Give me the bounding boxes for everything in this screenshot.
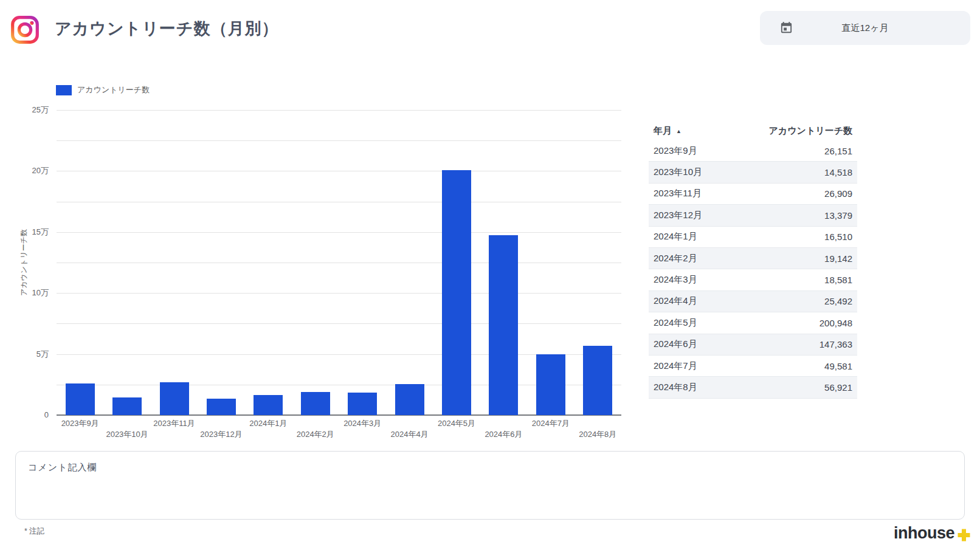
report-canvas: アカウントリーチ数（月別） 直近12ヶ月 アカウントリーチ数 アカウントリーチ数…: [0, 0, 980, 550]
bar-2024年3月[interactable]: [348, 393, 377, 415]
table-row[interactable]: 2024年5月200,948: [649, 312, 857, 334]
table-row[interactable]: 2024年7月49,581: [649, 356, 857, 377]
footnote: * 注記: [24, 526, 44, 537]
x-axis-tick-label: 2024年6月: [466, 429, 541, 440]
legend-swatch: [56, 85, 72, 95]
inhouse-logo-text: inhouse: [894, 524, 954, 543]
x-axis-tick-label: 2023年11月: [137, 418, 212, 429]
table-row[interactable]: 2023年10月14,518: [649, 162, 857, 183]
bar-2024年8月[interactable]: [583, 346, 612, 415]
data-table: 年月 ▲ アカウントリーチ数 2023年9月26,1512023年10月14,5…: [649, 122, 857, 399]
calendar-icon: [779, 21, 793, 36]
legend-label: アカウントリーチ数: [77, 84, 150, 95]
bar-2023年11月[interactable]: [160, 382, 189, 415]
y-axis-tick-label: 10万: [10, 288, 49, 298]
table-cell-value: 14,518: [824, 167, 857, 177]
table-cell-month: 2023年9月: [649, 145, 824, 157]
x-axis-tick-label: 2023年10月: [89, 429, 165, 440]
x-axis-tick-label: 2024年3月: [325, 418, 400, 429]
bar-2024年4月[interactable]: [395, 384, 424, 415]
table-cell-value: 200,948: [820, 318, 857, 328]
table-header-row: 年月 ▲ アカウントリーチ数: [649, 122, 857, 140]
table-cell-month: 2024年1月: [649, 231, 824, 242]
table-cell-value: 16,510: [824, 232, 857, 242]
table-cell-value: 26,909: [824, 188, 857, 199]
table-cell-month: 2024年4月: [649, 295, 824, 307]
gridline: [57, 263, 621, 263]
table-cell-value: 19,142: [824, 253, 857, 264]
x-axis-tick-label: 2024年2月: [278, 429, 353, 440]
plus-icon: [958, 529, 970, 541]
table-cell-month: 2024年2月: [649, 253, 824, 264]
table-row[interactable]: 2024年4月25,492: [649, 291, 857, 312]
table-cell-value: 25,492: [824, 296, 857, 306]
date-range-button[interactable]: 直近12ヶ月: [760, 11, 970, 45]
table-cell-month: 2023年10月: [649, 167, 824, 178]
sort-ascending-icon: ▲: [676, 128, 682, 134]
x-axis-tick-label: 2024年7月: [513, 418, 588, 429]
x-axis-tick-label: 2024年5月: [419, 418, 494, 429]
y-axis-tick-label: 15万: [10, 227, 49, 237]
table-cell-value: 147,363: [820, 339, 857, 349]
table-cell-month: 2024年3月: [649, 274, 824, 286]
y-axis-title: アカウントリーチ数: [19, 196, 29, 329]
table-row[interactable]: 2024年1月16,510: [649, 227, 857, 248]
chart-legend: アカウントリーチ数: [56, 84, 150, 95]
table-row[interactable]: 2024年6月147,363: [649, 334, 857, 356]
page-title: アカウントリーチ数（月別）: [55, 18, 278, 40]
table-cell-month: 2023年11月: [649, 188, 824, 199]
x-axis-tick-label: 2024年1月: [230, 418, 306, 429]
bar-chart-plot-area: アカウントリーチ数 05万10万15万20万25万2023年9月2023年10月…: [57, 110, 621, 415]
x-axis-tick-label: 2023年12月: [184, 429, 259, 440]
bar-2024年7月[interactable]: [536, 354, 565, 415]
table-cell-value: 26,151: [824, 146, 857, 156]
comment-input[interactable]: [15, 451, 965, 520]
table-row[interactable]: 2023年12月13,379: [649, 205, 857, 226]
y-axis-tick-label: 20万: [10, 166, 49, 176]
gridline: [57, 323, 621, 324]
table-cell-month: 2023年12月: [649, 210, 824, 221]
table-cell-value: 13,379: [824, 210, 857, 221]
y-axis-tick-label: 25万: [10, 105, 49, 115]
table-cell-value: 49,581: [824, 361, 857, 371]
table-row[interactable]: 2024年2月19,142: [649, 248, 857, 269]
bar-2023年9月[interactable]: [66, 383, 95, 416]
table-cell-month: 2024年8月: [649, 382, 824, 393]
table-header-value[interactable]: アカウントリーチ数: [769, 125, 857, 137]
gridline: [57, 140, 621, 141]
x-axis-tick-label: 2023年9月: [43, 418, 118, 429]
gridline: [57, 110, 621, 111]
bar-2024年6月[interactable]: [489, 235, 518, 415]
gridline: [57, 232, 621, 233]
inhouse-logo: inhouse: [894, 524, 970, 543]
x-axis-tick-label: 2024年4月: [372, 429, 447, 440]
bar-2023年12月[interactable]: [207, 399, 236, 415]
gridline: [57, 171, 621, 171]
gridline: [57, 293, 621, 294]
table-row[interactable]: 2023年9月26,151: [649, 140, 857, 162]
bar-2024年1月[interactable]: [254, 395, 283, 415]
bar-2023年10月[interactable]: [112, 397, 142, 415]
table-row[interactable]: 2024年3月18,581: [649, 269, 857, 290]
x-axis-tick-label: 2024年8月: [560, 429, 635, 440]
gridline: [57, 202, 621, 202]
table-row[interactable]: 2023年11月26,909: [649, 184, 857, 205]
y-axis-tick-label: 5万: [10, 349, 49, 359]
bar-2024年2月[interactable]: [301, 392, 330, 415]
instagram-icon: [10, 15, 40, 45]
table-cell-month: 2024年6月: [649, 339, 820, 350]
table-body: 2023年9月26,1512023年10月14,5182023年11月26,90…: [649, 140, 857, 399]
bar-2024年5月[interactable]: [442, 170, 471, 416]
table-row[interactable]: 2024年8月56,921: [649, 377, 857, 398]
table-cell-month: 2024年5月: [649, 317, 820, 329]
table-cell-value: 18,581: [824, 275, 857, 285]
table-header-month[interactable]: 年月 ▲: [649, 125, 769, 137]
table-cell-value: 56,921: [824, 382, 857, 393]
table-cell-month: 2024年7月: [649, 360, 824, 372]
